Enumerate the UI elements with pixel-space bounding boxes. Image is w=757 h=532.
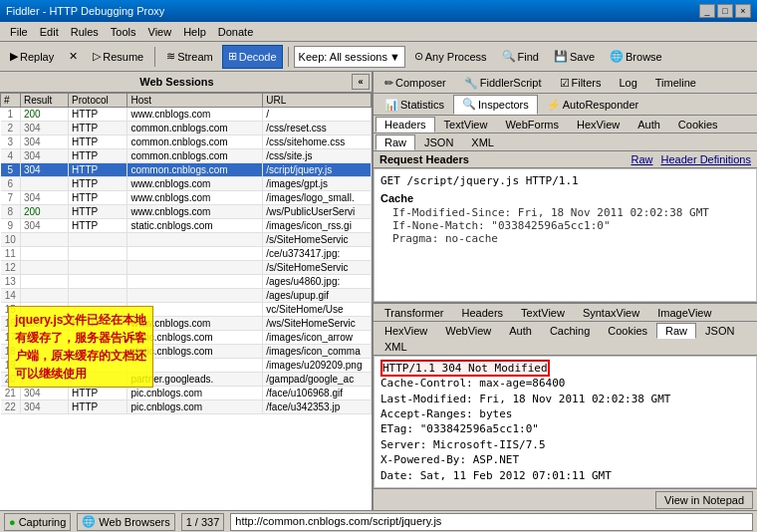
keep-dropdown[interactable]: Keep: All sessions ▼ (294, 46, 405, 68)
table-row[interactable]: 12 /s/SiteHomeServic (1, 261, 372, 275)
cell-num: 3 (1, 135, 21, 149)
cell-host: common.cnblogs.com (127, 135, 263, 149)
sub-tab-headers[interactable]: Headers (376, 117, 435, 133)
tab-webview-bottom[interactable]: WebView (436, 323, 500, 339)
table-row[interactable]: 4 304 HTTP common.cnblogs.com /css/site.… (1, 149, 372, 163)
table-scroll[interactable]: # Result Protocol Host URL 1 200 HTTP ww… (0, 93, 372, 510)
table-row[interactable]: 8 200 HTTP www.cnblogs.com /ws/PublicUse… (1, 205, 372, 219)
table-row[interactable]: 10 /s/SiteHomeServic (1, 233, 372, 247)
tab-autoresponder[interactable]: ⚡ AutoResponder (538, 95, 647, 115)
minimize-button[interactable]: _ (699, 4, 715, 18)
table-row[interactable]: 14 /ages/upup.gif (1, 289, 372, 303)
sep2 (288, 47, 289, 67)
response-line-6: Server: Microsoft-IIS/7.5 (380, 437, 750, 452)
window-controls[interactable]: _ □ × (699, 4, 751, 18)
decode-button[interactable]: ⊞ Decode (222, 45, 283, 69)
header-defs-link[interactable]: Header Definitions (661, 153, 752, 165)
tab-cookies-bottom[interactable]: Cookies (599, 323, 656, 339)
xml-tab[interactable]: XML (462, 134, 503, 150)
bottom-tabs-2: HexView WebView Auth Caching Cookies Raw… (374, 322, 757, 356)
browse-button[interactable]: 🌐 Browse (604, 45, 668, 69)
raw-link[interactable]: Raw (631, 153, 652, 165)
tab-fiddlerscript[interactable]: 🔧 FiddlerScript (455, 73, 551, 93)
table-row[interactable]: 3 304 HTTP common.cnblogs.com /css/siteh… (1, 135, 372, 149)
table-row[interactable]: 2 304 HTTP common.cnblogs.com /css/reset… (1, 122, 372, 135)
table-row[interactable]: 21 304 HTTP pic.cnblogs.com /face/u10696… (1, 387, 372, 400)
menu-rules[interactable]: Rules (65, 25, 105, 39)
tab-filters[interactable]: ☑ Filters (551, 73, 611, 93)
tab-caching[interactable]: Caching (541, 323, 599, 339)
cell-result (21, 247, 69, 261)
tab-hexview-bottom[interactable]: HexView (376, 323, 436, 339)
tab-json-bottom[interactable]: JSON (696, 323, 743, 339)
cell-result (21, 275, 69, 289)
tab-timeline[interactable]: Timeline (646, 73, 705, 93)
cell-host: www.cnblogs.com (127, 205, 263, 219)
tab-statistics[interactable]: 📊 Statistics (376, 95, 453, 115)
table-row[interactable]: 13 /ages/u4860.jpg: (1, 275, 372, 289)
tab-inspectors[interactable]: 🔍 Inspectors (453, 95, 538, 115)
tab-raw-bottom[interactable]: Raw (656, 323, 696, 339)
tab-composer[interactable]: ✏ Composer (376, 73, 455, 93)
cell-num: 9 (1, 219, 21, 233)
menu-tools[interactable]: Tools (105, 25, 142, 39)
decode-icon: ⊞ (228, 50, 237, 63)
find-icon: 🔍 (502, 50, 516, 63)
cell-url: /images/icon_arrow (263, 331, 372, 345)
menu-edit[interactable]: Edit (34, 25, 65, 39)
main-content: Web Sessions « # Result Protocol Host UR… (0, 72, 757, 510)
table-row[interactable]: 22 304 HTTP pic.cnblogs.com /face/u34235… (1, 400, 372, 414)
menu-donate[interactable]: Donate (212, 25, 259, 39)
tab-transformer[interactable]: Transformer (376, 305, 453, 321)
table-row[interactable]: 7 304 HTTP www.cnblogs.com /images/logo_… (1, 191, 372, 205)
raw-json-xml-tabs: Raw JSON XML (374, 133, 757, 151)
annotation-text: jquery.js文件已经在本地有缓存了，服务器告诉客户端，原来缓存的文档还可以… (15, 313, 146, 381)
stream-button[interactable]: ≋ Stream (160, 45, 218, 69)
cell-host: www.cnblogs.com (127, 191, 263, 205)
col-url: URL (263, 94, 372, 108)
tab-imageview[interactable]: ImageView (648, 305, 720, 321)
table-row[interactable]: 5 304 HTTP common.cnblogs.com /script/jq… (1, 163, 372, 177)
table-row[interactable]: 6 HTTP www.cnblogs.com /images/gpt.js (1, 177, 372, 191)
sub-tab-hexview[interactable]: HexView (568, 117, 629, 133)
response-content: HTTP/1.1 304 Not Modified Cache-Control:… (374, 356, 757, 488)
stop-button[interactable]: ✕ (63, 45, 84, 69)
resume-button[interactable]: ▷ Resume (87, 45, 149, 69)
sub-tab-textview[interactable]: TextView (435, 117, 497, 133)
tab-syntaxview[interactable]: SyntaxView (574, 305, 648, 321)
close-button[interactable]: × (735, 4, 751, 18)
sub-tab-auth[interactable]: Auth (629, 117, 669, 133)
cell-host (127, 261, 263, 275)
cell-url: /css/reset.css (263, 122, 372, 135)
maximize-button[interactable]: □ (717, 4, 733, 18)
table-row[interactable]: 11 /ce/u373417.jpg: (1, 247, 372, 261)
filters-icon: ☑ (560, 77, 570, 90)
menu-file[interactable]: File (4, 25, 34, 39)
cell-protocol: HTTP (69, 122, 127, 135)
cell-result: 304 (21, 400, 69, 414)
replay-button[interactable]: ▶ Replay (4, 45, 60, 69)
menu-view[interactable]: View (142, 25, 178, 39)
find-button[interactable]: 🔍 Find (496, 45, 545, 69)
cell-protocol: HTTP (69, 177, 127, 191)
cell-url: /images/logo_small. (263, 191, 372, 205)
collapse-button[interactable]: « (352, 74, 370, 90)
cell-url: /images/icon_comma (263, 345, 372, 359)
table-row[interactable]: 1 200 HTTP www.cnblogs.com / (1, 108, 372, 122)
save-button[interactable]: 💾 Save (548, 45, 601, 69)
sub-tab-webforms[interactable]: WebForms (496, 117, 568, 133)
tab-auth-bottom[interactable]: Auth (500, 323, 541, 339)
cell-result: 304 (21, 149, 69, 163)
tab-headers-bottom[interactable]: Headers (453, 305, 513, 321)
tab-textview-bottom[interactable]: TextView (512, 305, 574, 321)
sub-tab-cookies[interactable]: Cookies (669, 117, 727, 133)
any-process-button[interactable]: ⊙ Any Process (408, 45, 493, 69)
tab-log[interactable]: Log (610, 73, 645, 93)
table-row[interactable]: 9 304 HTTP static.cnblogs.com /images/ic… (1, 219, 372, 233)
menu-help[interactable]: Help (177, 25, 212, 39)
response-line-3: Last-Modified: Fri, 18 Nov 2011 02:02:38… (380, 392, 750, 406)
tab-xml-bottom[interactable]: XML (376, 339, 416, 355)
raw-tab[interactable]: Raw (376, 134, 415, 150)
view-notepad-button[interactable]: View in Notepad (655, 491, 753, 509)
json-tab[interactable]: JSON (415, 134, 462, 150)
